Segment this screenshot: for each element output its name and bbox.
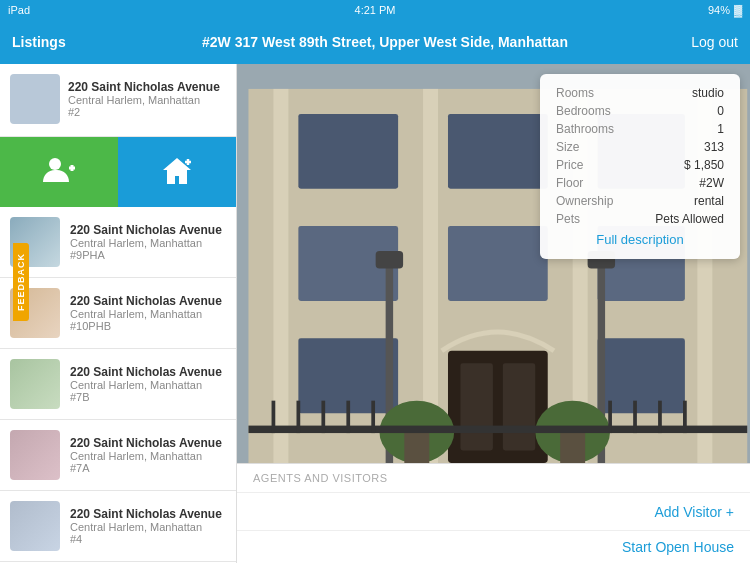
listing-name: 220 Saint Nicholas Avenue <box>70 294 226 308</box>
listing-info: 220 Saint Nicholas Avenue Central Harlem… <box>70 294 226 332</box>
feedback-tab[interactable]: FEEDBACK <box>13 242 29 320</box>
listing-info: 220 Saint Nicholas Avenue Central Harlem… <box>70 365 226 403</box>
listing-area: Central Harlem, Manhattan <box>70 521 226 533</box>
full-description-link[interactable]: Full description <box>556 232 724 247</box>
listing-thumb <box>10 430 60 480</box>
svg-rect-23 <box>376 251 403 268</box>
listing-item[interactable]: 220 Saint Nicholas Avenue Central Harlem… <box>0 64 236 137</box>
info-label-size: Size <box>556 140 579 154</box>
content-area: Rooms studio Bedrooms 0 Bathrooms 1 Size… <box>237 64 750 563</box>
property-title: #2W 317 West 89th Street, Upper West Sid… <box>202 34 568 50</box>
listing-item[interactable]: 220 Saint Nicholas Avenue Central Harlem… <box>0 278 236 349</box>
status-bar: iPad 4:21 PM 94% ▓ <box>0 0 750 20</box>
listing-thumb-placeholder <box>10 74 60 124</box>
bottom-panel: AGENTS AND VISITORS Add Visitor + Start … <box>237 463 750 563</box>
agents-section-header: AGENTS AND VISITORS <box>237 464 750 493</box>
listing-unit: #7A <box>70 462 226 474</box>
listing-item[interactable]: 220 Saint Nicholas Avenue Central Harlem… <box>0 420 236 491</box>
svg-rect-20 <box>460 363 492 450</box>
info-row-ownership: Ownership rental <box>556 194 724 208</box>
info-value-bedrooms: 0 <box>717 104 724 118</box>
info-label-bedrooms: Bedrooms <box>556 104 611 118</box>
battery-icon: ▓ <box>734 4 742 16</box>
listings-title: Listings <box>12 34 112 50</box>
listing-name: 220 Saint Nicholas Avenue <box>70 507 226 521</box>
listing-area: Central Harlem, Manhattan <box>70 450 226 462</box>
info-value-price: $ 1,850 <box>684 158 724 172</box>
svg-rect-7 <box>273 89 288 463</box>
svg-rect-27 <box>404 432 429 463</box>
listing-unit: #4 <box>70 533 226 545</box>
listing-name: 220 Saint Nicholas Avenue <box>68 80 220 94</box>
listing-thumb <box>10 359 60 409</box>
info-row-rooms: Rooms studio <box>556 86 724 100</box>
sidebar: 220 Saint Nicholas Avenue Central Harlem… <box>0 64 237 563</box>
info-value-bathrooms: 1 <box>717 122 724 136</box>
nav-bar: Listings #2W 317 West 89th Street, Upper… <box>0 20 750 64</box>
status-bar-left: iPad <box>8 4 30 16</box>
info-value-ownership: rental <box>694 194 724 208</box>
listing-info: 220 Saint Nicholas Avenue Central Harlem… <box>70 223 226 261</box>
property-info-card: Rooms studio Bedrooms 0 Bathrooms 1 Size… <box>540 74 740 259</box>
info-row-bathrooms: Bathrooms 1 <box>556 122 724 136</box>
info-label-price: Price <box>556 158 583 172</box>
listing-item[interactable]: 220 Saint Nicholas Avenue Central Harlem… <box>0 349 236 420</box>
info-label-rooms: Rooms <box>556 86 594 100</box>
svg-rect-12 <box>448 114 548 189</box>
svg-rect-21 <box>503 363 535 450</box>
info-value-rooms: studio <box>692 86 724 100</box>
listing-area: Central Harlem, Manhattan <box>70 379 226 391</box>
status-bar-time: 4:21 PM <box>355 4 396 16</box>
info-row-bedrooms: Bedrooms 0 <box>556 104 724 118</box>
listing-unit: #9PHA <box>70 249 226 261</box>
info-row-floor: Floor #2W <box>556 176 724 190</box>
listing-item[interactable]: 220 Saint Nicholas Avenue Central Harlem… <box>0 207 236 278</box>
svg-rect-11 <box>298 114 398 189</box>
logout-button[interactable]: Log out <box>658 34 738 50</box>
add-visitor-button[interactable] <box>0 137 118 207</box>
info-row-size: Size 313 <box>556 140 724 154</box>
listing-item[interactable]: 220 Saint Nicholas Avenue Central Harlem… <box>0 491 236 562</box>
info-label-pets: Pets <box>556 212 580 226</box>
listing-unit: #2 <box>68 106 220 118</box>
listing-info: 220 Saint Nicholas Avenue Central Harlem… <box>70 436 226 474</box>
property-image: Rooms studio Bedrooms 0 Bathrooms 1 Size… <box>237 64 750 463</box>
listing-thumb <box>10 501 60 551</box>
listing-area: Central Harlem, Manhattan <box>68 94 220 106</box>
info-row-pets: Pets Pets Allowed <box>556 212 724 226</box>
info-value-pets: Pets Allowed <box>655 212 724 226</box>
main-layout: 220 Saint Nicholas Avenue Central Harlem… <box>0 64 750 563</box>
action-buttons <box>0 137 236 207</box>
start-open-house-button[interactable]: Start Open House <box>622 539 734 555</box>
listing-area: Central Harlem, Manhattan <box>70 237 226 249</box>
info-row-price: Price $ 1,850 <box>556 158 724 172</box>
agents-content: Add Visitor + <box>237 493 750 530</box>
listing-name: 220 Saint Nicholas Avenue <box>70 365 226 379</box>
start-open-house-container: Start Open House <box>237 530 750 563</box>
listing-name: 220 Saint Nicholas Avenue <box>70 223 226 237</box>
info-label-floor: Floor <box>556 176 583 190</box>
info-label-ownership: Ownership <box>556 194 613 208</box>
listing-unit: #7B <box>70 391 226 403</box>
battery-label: 94% <box>708 4 730 16</box>
info-label-bathrooms: Bathrooms <box>556 122 614 136</box>
info-value-size: 313 <box>704 140 724 154</box>
add-visitor-link[interactable]: Add Visitor + <box>654 504 734 520</box>
svg-point-0 <box>49 158 61 170</box>
add-listing-button[interactable] <box>118 137 236 207</box>
svg-rect-15 <box>448 226 548 301</box>
listing-unit: #10PHB <box>70 320 226 332</box>
svg-rect-29 <box>560 432 585 463</box>
info-value-floor: #2W <box>699 176 724 190</box>
status-bar-right: 94% ▓ <box>708 4 742 16</box>
listing-area: Central Harlem, Manhattan <box>70 308 226 320</box>
listing-name: 220 Saint Nicholas Avenue <box>70 436 226 450</box>
listing-info: 220 Saint Nicholas Avenue Central Harlem… <box>70 507 226 545</box>
